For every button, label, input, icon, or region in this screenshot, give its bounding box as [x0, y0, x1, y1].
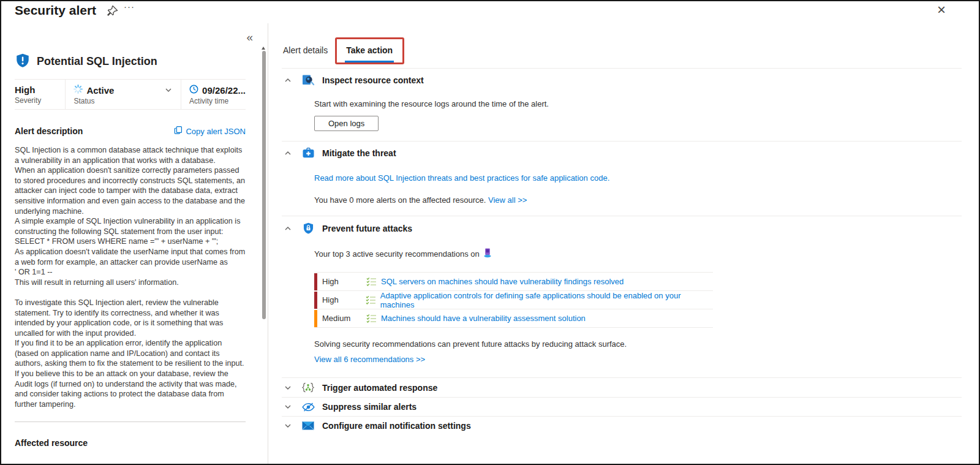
- read-more-link[interactable]: Read more about SQL Injection threats an…: [314, 173, 609, 183]
- checklist-icon: [366, 277, 381, 286]
- collapse-pane-icon[interactable]: «: [246, 31, 253, 44]
- section-suppress-similar-alerts[interactable]: Suppress similar alerts: [282, 398, 962, 416]
- tab-take-action-label: Take action: [346, 45, 393, 55]
- shield-alert-icon: [15, 53, 31, 70]
- severity-label: Severity: [15, 96, 65, 105]
- open-logs-button[interactable]: Open logs: [314, 116, 379, 131]
- activity-time-value: 09/26/22...: [202, 85, 246, 96]
- activity-time-field: 09/26/22... Activity time: [181, 80, 246, 109]
- section-title: Inspect resource context: [322, 75, 424, 85]
- recommendation-row[interactable]: Medium Machines should have a vulnerabil…: [314, 309, 713, 328]
- activity-time-label: Activity time: [189, 97, 246, 105]
- severity-bar-high: [314, 292, 317, 309]
- recommendations-table: High SQL servers on machines should have…: [314, 272, 713, 328]
- affected-resource-heading: Affected resource: [15, 438, 246, 448]
- scrollbar-thumb[interactable]: [262, 51, 266, 319]
- severity-bar-high: [314, 273, 317, 290]
- recommendation-severity: High: [322, 277, 366, 286]
- recommendation-severity: Medium: [322, 314, 366, 323]
- copy-icon: [174, 126, 183, 137]
- section-title: Configure email notification settings: [322, 421, 471, 431]
- recommendation-row[interactable]: High Adaptive application controls for d…: [314, 291, 713, 309]
- tab-alert-details[interactable]: Alert details: [282, 43, 329, 62]
- recommendation-link[interactable]: SQL servers on machines should have vuln…: [381, 277, 624, 286]
- view-all-alerts-link[interactable]: View all >>: [488, 195, 527, 205]
- section-configure-email-notifications[interactable]: Configure email notification settings: [282, 417, 962, 435]
- tab-take-action[interactable]: Take action: [345, 43, 394, 62]
- app-header: Security alert ··· ×: [1, 1, 979, 23]
- chevron-up-icon[interactable]: [282, 76, 294, 85]
- alert-name: Potential SQL Injection: [37, 55, 157, 68]
- status-dropdown-chevron-icon[interactable]: [165, 85, 172, 96]
- section-title: Suppress similar alerts: [322, 402, 417, 412]
- alert-description-heading: Alert description: [15, 126, 83, 136]
- severity-value: High: [15, 85, 65, 95]
- shield-lock-icon: [301, 222, 315, 234]
- prevent-intro-text: Your top 3 active security recommendatio…: [314, 249, 480, 259]
- status-spinner-icon: [74, 85, 83, 96]
- checklist-icon: [366, 314, 381, 323]
- status-value: Active: [86, 85, 114, 96]
- chevron-down-icon[interactable]: [282, 384, 294, 392]
- status-label: Status: [74, 97, 181, 105]
- tab-bar: Alert details Take action: [282, 43, 962, 62]
- scrollbar-up-arrow[interactable]: [262, 47, 265, 50]
- view-all-recommendations-link[interactable]: View all 6 recommendations >>: [314, 355, 425, 364]
- inspect-body-text: Start with examining the resource logs a…: [314, 99, 962, 108]
- section-mitigate-the-threat[interactable]: Mitigate the threat: [282, 142, 962, 163]
- severity-bar-medium: [314, 310, 317, 327]
- left-scrollbar[interactable]: [262, 45, 266, 459]
- clock-icon: [189, 85, 198, 96]
- page-title: Security alert: [15, 3, 96, 18]
- more-alerts-text: You have 0 more alerts on the affected r…: [314, 195, 488, 205]
- chevron-up-icon[interactable]: [282, 224, 294, 233]
- chevron-down-icon[interactable]: [282, 422, 294, 430]
- recommendation-severity: High: [322, 295, 366, 304]
- alert-description-text: SQL Injection is a common database attac…: [15, 145, 246, 409]
- copy-alert-json-label: Copy alert JSON: [186, 127, 246, 136]
- inspect-resource-icon: [301, 75, 315, 86]
- pin-icon[interactable]: [107, 6, 119, 18]
- alert-essentials: High Severity Active Status: [15, 79, 246, 110]
- recommendation-link[interactable]: Adaptive application controls for defini…: [380, 291, 713, 309]
- status-field[interactable]: Active Status: [65, 80, 181, 109]
- copy-alert-json-button[interactable]: Copy alert JSON: [174, 126, 246, 137]
- recommendation-row[interactable]: High SQL servers on machines should have…: [314, 273, 713, 291]
- workflow-automation-icon: [301, 382, 315, 393]
- prevent-footer-text: Solving security recommendations can pre…: [314, 339, 962, 349]
- left-divider: [15, 422, 246, 422]
- email-icon: [301, 422, 315, 430]
- alert-detail-pane: Alert details Take action Inspect resour…: [268, 23, 979, 464]
- section-inspect-resource-context[interactable]: Inspect resource context: [282, 69, 962, 91]
- more-options-icon[interactable]: ···: [124, 1, 135, 12]
- section-title: Prevent future attacks: [322, 224, 412, 233]
- chevron-down-icon[interactable]: [282, 403, 294, 411]
- recommendation-link[interactable]: Machines should have a vulnerability ass…: [381, 314, 586, 323]
- checklist-icon: [366, 295, 380, 304]
- close-icon[interactable]: ×: [937, 1, 946, 18]
- alert-summary-pane: « Potential SQL Injection High Severity …: [1, 23, 268, 464]
- first-aid-kit-icon: [301, 148, 315, 158]
- section-trigger-automated-response[interactable]: Trigger automated response: [282, 378, 962, 397]
- vm-resource-icon: [483, 248, 492, 260]
- section-title: Trigger automated response: [322, 383, 437, 393]
- eye-slash-icon: [301, 403, 315, 412]
- chevron-up-icon[interactable]: [282, 149, 294, 157]
- section-title: Mitigate the threat: [322, 148, 396, 158]
- section-prevent-future-attacks[interactable]: Prevent future attacks: [282, 216, 962, 239]
- severity-field: High Severity: [15, 80, 65, 109]
